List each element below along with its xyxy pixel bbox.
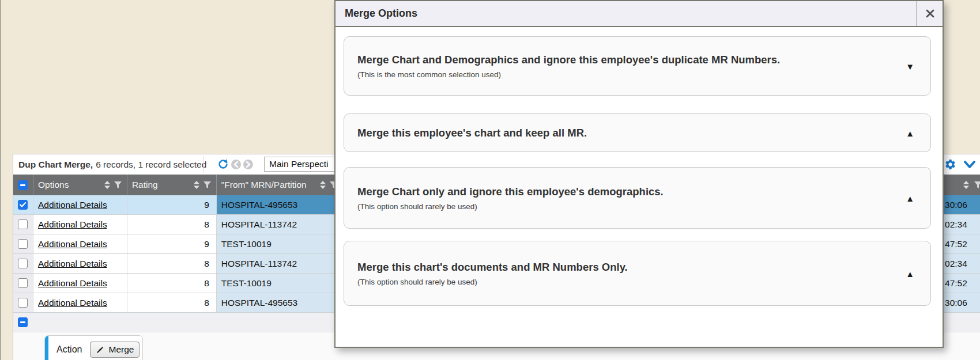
merge-option-title: Merge this chart's documents and MR Numb… — [357, 261, 879, 274]
time-cell: 30:06 — [944, 195, 980, 214]
time-cell: 02:34 — [944, 254, 980, 273]
row-checkbox[interactable] — [18, 200, 28, 210]
toolbar-divider — [203, 156, 204, 173]
rating-cell: 8 — [127, 293, 217, 312]
close-button[interactable] — [917, 1, 943, 26]
merge-button[interactable]: Merge — [90, 342, 140, 358]
select-all-checkbox-footer[interactable] — [18, 317, 28, 327]
window-edge — [0, 0, 1, 360]
merge-option[interactable]: Merge this chart's documents and MR Numb… — [344, 241, 931, 306]
additional-details-link[interactable]: Additional Details — [38, 259, 107, 269]
forward-icon[interactable] — [243, 160, 253, 169]
column-header-time[interactable] — [944, 175, 980, 195]
action-label: Action — [56, 344, 82, 355]
close-icon — [926, 9, 934, 18]
back-icon[interactable] — [231, 160, 241, 169]
merge-icon — [96, 346, 104, 354]
time-cell: 02:34 — [944, 215, 980, 234]
table-title: Dup Chart Merge, — [18, 160, 93, 170]
time-cell: 47:52 — [944, 234, 980, 253]
expand-triangle-icon[interactable]: ▲ — [906, 193, 914, 203]
expand-triangle-icon[interactable]: ▲ — [906, 268, 914, 278]
row-checkbox[interactable] — [18, 219, 28, 229]
filter-icon[interactable] — [114, 181, 122, 189]
expand-triangle-icon[interactable]: ▼ — [906, 61, 914, 71]
merge-button-label: Merge — [108, 344, 134, 355]
row-checkbox[interactable] — [18, 239, 28, 249]
merge-option-title: Merge this employee's chart and keep all… — [357, 127, 879, 139]
filter-icon[interactable] — [203, 181, 212, 189]
table-caption: Dup Chart Merge, 6 records, 1 record sel… — [18, 154, 206, 175]
row-checkbox[interactable] — [18, 278, 28, 288]
perspective-value: Main Perspecti — [269, 159, 329, 169]
sort-icon[interactable] — [104, 180, 111, 190]
merge-option[interactable]: Merge this employee's chart and keep all… — [344, 113, 931, 152]
dialog-title: Merge Options — [336, 1, 917, 26]
merge-option-subtitle: (This option should rarely be used) — [357, 202, 879, 211]
row-checkbox[interactable] — [18, 259, 28, 268]
select-all-checkbox[interactable] — [18, 180, 28, 190]
merge-option-title: Merge Chart and Demographics and ignore … — [357, 54, 879, 66]
merge-options-dialog: Merge Options Merge Chart and Demographi… — [334, 0, 944, 348]
dialog-body: Merge Chart and Demographics and ignore … — [336, 27, 943, 306]
rating-cell: 8 — [127, 274, 217, 293]
additional-details-link[interactable]: Additional Details — [38, 200, 107, 210]
additional-details-link[interactable]: Additional Details — [38, 239, 107, 249]
toolbar-right-icons — [944, 154, 976, 175]
additional-details-link[interactable]: Additional Details — [38, 278, 107, 289]
additional-details-link[interactable]: Additional Details — [38, 219, 107, 230]
merge-option[interactable]: Merge Chart and Demographics and ignore … — [344, 36, 931, 96]
row-checkbox[interactable] — [18, 298, 28, 308]
sort-icon[interactable] — [963, 180, 970, 190]
action-accent-bar — [45, 336, 48, 360]
action-panel: Action Merge — [44, 335, 143, 360]
rating-cell: 9 — [127, 195, 217, 214]
column-header-options[interactable]: Options — [33, 175, 127, 195]
gear-icon[interactable] — [944, 158, 956, 170]
sort-icon[interactable] — [193, 180, 200, 190]
column-header-rating[interactable]: Rating — [127, 175, 217, 195]
expand-triangle-icon[interactable]: ▲ — [906, 128, 914, 138]
time-cell: 30:06 — [944, 293, 980, 312]
merge-option[interactable]: Merge Chart only and ignore this employe… — [344, 167, 931, 229]
sort-icon[interactable] — [319, 180, 326, 190]
additional-details-link[interactable]: Additional Details — [38, 298, 107, 308]
rating-cell: 8 — [127, 254, 217, 273]
merge-option-subtitle: (This is the most common selection used) — [357, 70, 879, 79]
rating-cell: 8 — [127, 215, 217, 234]
rating-cell: 9 — [127, 234, 217, 253]
filter-icon[interactable] — [974, 181, 980, 189]
time-cell: 47:52 — [944, 274, 980, 293]
refresh-icon[interactable] — [217, 158, 229, 170]
dialog-header: Merge Options — [336, 1, 943, 27]
merge-option-title: Merge Chart only and ignore this employe… — [357, 185, 879, 198]
screen: Dup Chart Merge, 6 records, 1 record sel… — [0, 0, 980, 360]
merge-option-subtitle: (This option should rarely be used) — [357, 278, 879, 286]
record-count-summary: 6 records, 1 record selected — [96, 160, 206, 170]
chevron-down-icon[interactable] — [963, 160, 976, 170]
